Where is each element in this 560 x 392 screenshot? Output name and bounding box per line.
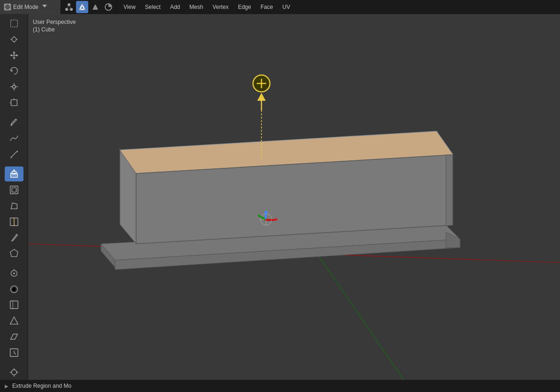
svg-point-54 (13, 272, 15, 274)
face-mode-button[interactable] (89, 1, 101, 13)
svg-point-16 (84, 8, 85, 10)
status-text: Extrude Region and Mo (12, 383, 71, 389)
select-box-tool[interactable] (5, 16, 23, 31)
svg-marker-52 (10, 249, 18, 257)
extrude-region-tool[interactable] (5, 166, 23, 181)
poly-build-tool[interactable] (5, 246, 23, 261)
mode-label: Edit Mode (13, 4, 38, 10)
svg-rect-49 (12, 188, 16, 192)
svg-marker-30 (16, 54, 18, 57)
svg-point-4 (9, 8, 10, 10)
edge-slide-tool[interactable] (5, 297, 23, 312)
menu-face[interactable]: Face (256, 0, 278, 14)
svg-line-40 (11, 125, 12, 126)
svg-point-57 (12, 287, 15, 291)
svg-point-20 (12, 37, 16, 41)
measure-tool[interactable] (5, 147, 23, 162)
inset-faces-tool[interactable] (5, 182, 23, 197)
menu-mesh[interactable]: Mesh (185, 0, 208, 14)
mode-dropdown-icon[interactable] (42, 5, 47, 9)
svg-marker-17 (93, 5, 98, 9)
vertex-mode-button[interactable] (63, 1, 75, 13)
svg-marker-60 (10, 317, 18, 324)
smooth-draw-tool[interactable] (5, 131, 23, 146)
svg-rect-58 (10, 301, 18, 309)
shrink-fatten-tool[interactable] (5, 313, 23, 328)
svg-marker-47 (13, 169, 15, 171)
svg-point-62 (11, 370, 16, 375)
svg-point-2 (9, 4, 10, 6)
loop-cut-tool[interactable] (5, 214, 23, 229)
spin-tool[interactable] (5, 266, 23, 281)
snap-tool[interactable] (5, 365, 23, 380)
svg-point-3 (5, 8, 6, 10)
menu-vertex[interactable]: Vertex (208, 0, 233, 14)
cursor-tool[interactable] (5, 32, 23, 47)
svg-line-41 (10, 151, 17, 158)
svg-marker-28 (13, 57, 15, 59)
menu-items: View Select Add Mesh Vertex Edge Face UV (117, 0, 297, 14)
rotate-tool[interactable] (5, 64, 23, 79)
menu-view[interactable]: View (119, 0, 140, 14)
viewport[interactable]: User Perspective (1) Cube (28, 14, 560, 380)
svg-point-15 (81, 4, 83, 6)
svg-rect-37 (11, 100, 17, 106)
scale-tool[interactable] (5, 79, 23, 94)
menu-add[interactable]: Add (165, 0, 184, 14)
bevel-tool[interactable] (5, 198, 23, 213)
mode-icon (4, 3, 11, 11)
annotate-tool[interactable] (5, 115, 23, 130)
menu-select[interactable]: Select (140, 0, 165, 14)
viewport-canvas (28, 14, 560, 380)
move-tool[interactable] (5, 48, 23, 63)
rip-region-tool[interactable] (5, 345, 23, 360)
statusbar: ▶ Extrude Region and Mo (0, 380, 560, 392)
smooth-vertices-tool[interactable] (5, 282, 23, 297)
svg-point-14 (79, 8, 81, 10)
svg-marker-29 (10, 54, 12, 57)
play-icon: ▶ (5, 384, 8, 389)
svg-point-1 (5, 4, 6, 6)
edge-mode-button[interactable] (76, 1, 88, 13)
left-toolbar (0, 14, 28, 380)
svg-rect-48 (10, 186, 18, 194)
svg-rect-19 (10, 20, 17, 27)
svg-rect-32 (13, 86, 15, 89)
transform-tool[interactable] (5, 95, 23, 110)
shear-tool[interactable] (5, 329, 23, 344)
viewport-shading-button[interactable] (102, 1, 115, 13)
svg-marker-99 (446, 155, 453, 226)
menu-uv[interactable]: UV (278, 0, 295, 14)
menu-edge[interactable]: Edge (233, 0, 256, 14)
mode-selector[interactable]: Edit Mode (0, 0, 61, 14)
svg-marker-27 (13, 51, 15, 53)
mesh-select-mode-icons (61, 0, 117, 14)
knife-tool[interactable] (5, 230, 23, 245)
topbar: Edit Mode (0, 0, 560, 14)
